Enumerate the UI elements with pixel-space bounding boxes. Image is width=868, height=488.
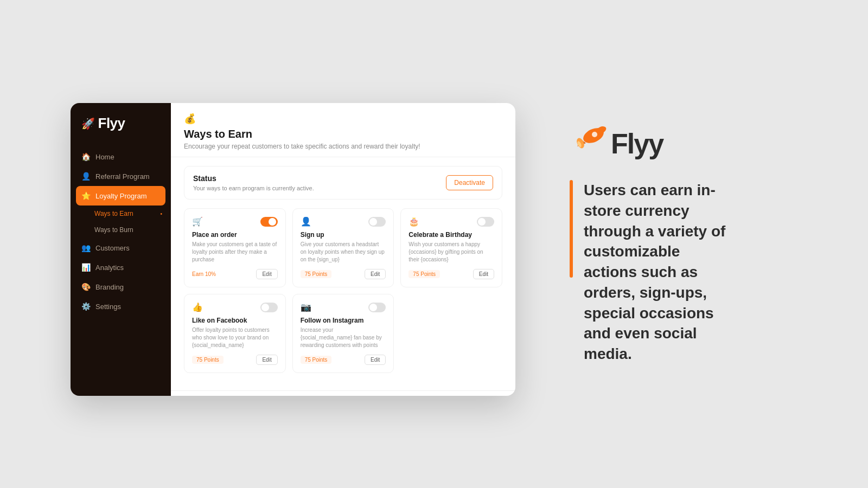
referral-icon: 👤: [81, 172, 90, 181]
logo: 🚀 Flyy: [81, 115, 125, 132]
app-window: 🚀 Flyy 🏠 Home 👤 Referral Program ⭐ Loyal…: [71, 103, 515, 396]
nav-items: 🏠 Home 👤 Referral Program ⭐ Loyalty Prog…: [71, 143, 171, 396]
action-card-header-instagram: 📷: [301, 302, 386, 312]
instagram-toggle[interactable]: [368, 303, 386, 312]
brand-description: Users can earn in-store currency through…: [570, 180, 732, 364]
action-card-facebook: 👍 Like on Facebook Offer loyalty points …: [184, 294, 286, 373]
flyy-brand: Flyy: [570, 124, 663, 164]
action-card-header: 🛒: [192, 216, 278, 227]
sign-up-edit-button[interactable]: Edit: [365, 269, 386, 279]
action-card-sign-up: 👤 Sign up Give your customers a headstar…: [292, 208, 394, 287]
sidebar-item-customers[interactable]: 👥 Customers: [71, 238, 171, 258]
facebook-name: Like on Facebook: [192, 317, 278, 324]
action-footer-signup: 75 Points Edit: [301, 269, 386, 279]
flyy-rocket-icon: [565, 124, 609, 159]
sub-nav: Ways to Earn Ways to Burn: [71, 206, 171, 238]
action-footer-birthday: 75 Points Edit: [409, 269, 494, 279]
home-icon: 🏠: [81, 152, 90, 161]
birthday-desc: Wish your customers a happy {occasions} …: [409, 241, 494, 264]
sidebar-logo: 🚀 Flyy: [71, 103, 171, 143]
sidebar-item-ways-to-burn[interactable]: Ways to Burn: [71, 222, 171, 238]
facebook-reward: 75 Points: [192, 356, 224, 364]
right-panel: Flyy Users can earn in-store currency th…: [537, 102, 765, 386]
place-order-desc: Make your customers get a taste of loyal…: [192, 241, 278, 264]
place-order-toggle[interactable]: [260, 217, 278, 227]
facebook-toggle[interactable]: [260, 303, 278, 312]
sidebar-item-home[interactable]: 🏠 Home: [71, 147, 171, 166]
status-title: Status: [193, 174, 314, 183]
birthday-edit-button[interactable]: Edit: [473, 269, 494, 279]
sign-up-icon: 👤: [301, 216, 311, 227]
instagram-icon: 📷: [301, 302, 311, 312]
action-card-header-facebook: 👍: [192, 302, 278, 312]
sign-up-desc: Give your customers a headstart on loyal…: [301, 241, 386, 264]
action-footer-instagram: 75 Points Edit: [301, 355, 386, 365]
sidebar-item-ways-to-earn[interactable]: Ways to Earn: [71, 206, 171, 222]
action-card-instagram: 📷 Follow on Instagram Increase your {soc…: [292, 294, 394, 373]
instagram-reward: 75 Points: [301, 356, 332, 364]
sign-up-name: Sign up: [301, 231, 386, 239]
scene: 🚀 Flyy 🏠 Home 👤 Referral Program ⭐ Loyal…: [0, 0, 868, 488]
place-order-reward: Earn 10%: [192, 271, 216, 277]
loyalty-icon: ⭐: [81, 191, 90, 200]
add-ways-section: Add ways to earn Choose from a pool of c…: [171, 390, 515, 396]
content-body: Status Your ways to earn program is curr…: [171, 157, 515, 390]
sidebar: 🚀 Flyy 🏠 Home 👤 Referral Program ⭐ Loyal…: [71, 103, 171, 396]
action-card-header-birthday: 🎂: [409, 216, 494, 227]
sign-up-toggle[interactable]: [368, 217, 386, 227]
sign-up-reward: 75 Points: [301, 270, 332, 278]
status-description: Your ways to earn program is currently a…: [193, 185, 314, 191]
flyy-logo-large: Flyy: [570, 124, 663, 164]
brand-text: Users can earn in-store currency through…: [584, 180, 732, 364]
sidebar-item-branding[interactable]: 🎨 Branding: [71, 277, 171, 297]
place-order-icon: 🛒: [192, 216, 203, 227]
action-card-birthday: 🎂 Celebrate a Birthday Wish your custome…: [400, 208, 502, 287]
sidebar-item-settings[interactable]: ⚙️ Settings: [71, 297, 171, 316]
sidebar-item-referral[interactable]: 👤 Referral Program: [71, 166, 171, 186]
main-content: 💰 Ways to Earn Encourage your repeat cus…: [171, 103, 515, 396]
facebook-edit-button[interactable]: Edit: [256, 355, 277, 365]
action-footer-facebook: 75 Points Edit: [192, 355, 278, 365]
action-card-place-order: 🛒 Place an order Make your customers get…: [184, 208, 286, 287]
customers-icon: 👥: [81, 243, 90, 252]
place-order-edit-button[interactable]: Edit: [256, 269, 277, 279]
birthday-toggle[interactable]: [477, 217, 494, 227]
content-header: 💰 Ways to Earn Encourage your repeat cus…: [171, 103, 515, 157]
birthday-name: Celebrate a Birthday: [409, 231, 494, 239]
sidebar-item-analytics[interactable]: 📊 Analytics: [71, 258, 171, 277]
facebook-desc: Offer loyalty points to customers who sh…: [192, 326, 278, 349]
place-order-name: Place an order: [192, 231, 278, 239]
svg-point-3: [592, 132, 597, 137]
branding-icon: 🎨: [81, 282, 90, 291]
status-info: Status Your ways to earn program is curr…: [193, 174, 314, 191]
rocket-svg: [565, 124, 609, 153]
birthday-icon: 🎂: [409, 216, 419, 227]
actions-grid: 🛒 Place an order Make your customers get…: [184, 208, 502, 373]
settings-icon: ⚙️: [81, 302, 90, 311]
action-footer: Earn 10% Edit: [192, 269, 278, 279]
facebook-icon: 👍: [192, 302, 203, 312]
page-subtitle: Encourage your repeat customers to take …: [184, 143, 502, 150]
analytics-icon: 📊: [81, 263, 90, 272]
status-section: Status Your ways to earn program is curr…: [184, 166, 502, 200]
logo-icon: 🚀: [81, 117, 95, 130]
accent-bar: [570, 180, 573, 278]
deactivate-button[interactable]: Deactivate: [446, 175, 493, 190]
page-title: Ways to Earn: [184, 128, 502, 140]
action-card-header-signup: 👤: [301, 216, 386, 227]
instagram-desc: Increase your {social_media_name} fan ba…: [301, 326, 386, 349]
instagram-name: Follow on Instagram: [301, 317, 386, 324]
birthday-reward: 75 Points: [409, 270, 440, 278]
flyy-logo-text-large: Flyy: [611, 127, 663, 160]
sidebar-item-loyalty[interactable]: ⭐ Loyalty Program: [76, 186, 165, 206]
ways-to-earn-icon: 💰: [184, 113, 502, 125]
instagram-edit-button[interactable]: Edit: [365, 355, 386, 365]
